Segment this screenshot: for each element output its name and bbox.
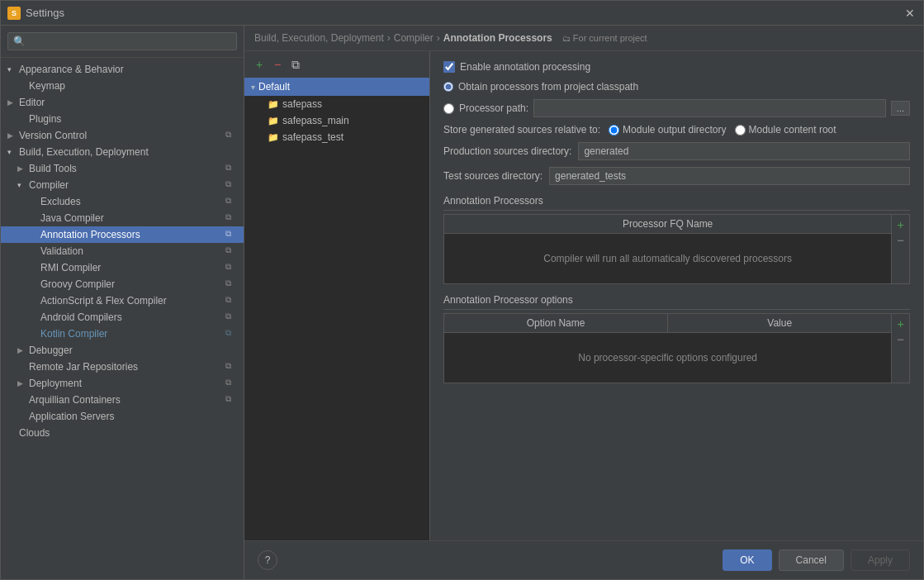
sidebar-item-appearance[interactable]: ▾ Appearance & Behavior — [1, 61, 244, 78]
arrow-icon: ▶ — [7, 131, 17, 140]
breadcrumb-part2: Compiler — [394, 32, 434, 44]
right-panel: Build, Execution, Deployment › Compiler … — [244, 26, 923, 579]
prod-sources-row: Production sources directory: — [443, 142, 910, 160]
profile-sub-label: safepass_test — [282, 131, 344, 143]
module-output-option: Module output directory — [609, 124, 726, 135]
copy-icon: ⧉ — [225, 196, 237, 207]
folder-icon: ▾ — [251, 83, 255, 92]
enable-annotation-label: Enable annotation processing — [460, 61, 590, 73]
profile-safepass[interactable]: 📁 safepass — [244, 96, 429, 112]
sidebar-item-label: Annotation Processors — [40, 229, 222, 240]
sidebar-item-label: Application Servers — [29, 411, 237, 422]
apo-remove-button[interactable]: − — [893, 331, 907, 347]
arrow-icon: ▶ — [17, 164, 27, 173]
processor-path-browse-button[interactable]: ... — [891, 101, 910, 116]
search-input[interactable] — [7, 32, 237, 50]
sidebar-item-actionscript-compiler[interactable]: ActionScript & Flex Compiler ⧉ — [1, 292, 244, 309]
profile-safepass-main[interactable]: 📁 safepass_main — [244, 112, 429, 129]
close-button[interactable]: ✕ — [903, 7, 917, 20]
profile-label: Default — [258, 81, 290, 93]
sidebar-item-label: Android Compilers — [40, 311, 222, 323]
obtain-classpath-radio[interactable] — [443, 82, 453, 92]
sidebar-item-label: Deployment — [29, 378, 222, 389]
title-bar-left: S Settings — [7, 7, 64, 20]
add-profile-button[interactable]: + — [251, 56, 268, 73]
profile-panel: + − ⧉ ▾ Default 📁 safepass — [244, 51, 430, 540]
store-generated-row: Store generated sources relative to: Mod… — [443, 124, 910, 135]
folder-icon: 📁 — [268, 132, 279, 143]
ok-button[interactable]: OK — [723, 549, 771, 571]
sidebar-item-label: Excludes — [40, 196, 222, 207]
sidebar-item-label: Validation — [40, 245, 222, 257]
sidebar-item-compiler[interactable]: ▾ Compiler ⧉ — [1, 177, 244, 193]
sidebar-item-label: Debugger — [29, 345, 237, 356]
sidebar-item-build-exec[interactable]: ▾ Build, Execution, Deployment — [1, 144, 244, 160]
enable-annotation-checkbox[interactable] — [443, 61, 455, 73]
copy-icon: ⧉ — [225, 130, 237, 141]
help-button[interactable]: ? — [258, 550, 277, 570]
folder-icon: 📁 — [268, 116, 279, 126]
sidebar-tree: ▾ Appearance & Behavior Keymap ▶ Editor … — [1, 58, 244, 579]
sidebar-item-groovy-compiler[interactable]: Groovy Compiler ⧉ — [1, 276, 244, 292]
remove-profile-button[interactable]: − — [269, 56, 286, 73]
profile-toolbar: + − ⧉ — [244, 51, 429, 78]
sidebar-item-keymap[interactable]: Keymap — [1, 78, 244, 94]
copy-icon: ⧉ — [225, 328, 237, 340]
settings-window: S Settings ✕ ▾ Appearance & Behavior Key… — [0, 0, 924, 580]
sidebar-item-app-servers[interactable]: Application Servers — [1, 408, 244, 425]
sidebar-item-deployment[interactable]: ▶ Deployment ⧉ — [1, 375, 244, 392]
profile-tree: ▾ Default 📁 safepass 📁 safepass_main — [244, 78, 429, 540]
apo-empty-text: No processor-specific options configured — [578, 352, 757, 364]
window-title: Settings — [26, 7, 64, 19]
copy-profile-button[interactable]: ⧉ — [287, 56, 304, 73]
sidebar-item-label: Version Control — [19, 130, 222, 141]
ap-remove-button[interactable]: − — [893, 232, 907, 248]
sidebar-item-remote-jar[interactable]: Remote Jar Repositories ⧉ — [1, 359, 244, 375]
sidebar-item-version-control[interactable]: ▶ Version Control ⧉ — [1, 127, 244, 144]
apply-button[interactable]: Apply — [851, 549, 910, 571]
test-sources-input[interactable] — [549, 167, 910, 185]
sidebar-item-build-tools[interactable]: ▶ Build Tools ⧉ — [1, 160, 244, 177]
sidebar-item-clouds[interactable]: Clouds — [1, 425, 244, 441]
arrow-icon: ▶ — [7, 98, 17, 107]
prod-sources-input[interactable] — [578, 142, 910, 160]
copy-icon: ⧉ — [225, 394, 237, 406]
sidebar-item-debugger[interactable]: ▶ Debugger — [1, 342, 244, 359]
module-output-radio[interactable] — [609, 125, 619, 135]
ap-add-button[interactable]: + — [893, 216, 907, 232]
arrow-icon: ▶ — [17, 379, 27, 387]
sidebar-item-editor[interactable]: ▶ Editor — [1, 94, 244, 111]
obtain-processors-row: Obtain processors from project classpath — [443, 81, 910, 93]
ap-col-name: Processor FQ Name — [444, 215, 891, 233]
sidebar-item-plugins[interactable]: Plugins — [1, 111, 244, 127]
sidebar-item-arquillian[interactable]: Arquillian Containers ⧉ — [1, 392, 244, 408]
sidebar-item-android-compilers[interactable]: Android Compilers ⧉ — [1, 309, 244, 326]
sidebar-item-kotlin-compiler[interactable]: Kotlin Compiler ⧉ — [1, 326, 244, 342]
apo-add-button[interactable]: + — [893, 316, 907, 331]
app-icon: S — [7, 7, 21, 20]
sidebar-item-label: Plugins — [29, 113, 237, 125]
sidebar-item-label: ActionScript & Flex Compiler — [40, 295, 222, 307]
sidebar-item-validation[interactable]: Validation ⧉ — [1, 243, 244, 259]
sidebar-item-rmi-compiler[interactable]: RMI Compiler ⧉ — [1, 259, 244, 276]
sidebar-item-excludes[interactable]: Excludes ⧉ — [1, 193, 244, 210]
arrow-icon: ▾ — [17, 181, 27, 189]
sidebar-item-annotation-processors[interactable]: Annotation Processors ⧉ — [1, 226, 244, 243]
profile-default[interactable]: ▾ Default — [244, 78, 429, 96]
arrow-icon: ▾ — [7, 148, 17, 156]
cancel-button[interactable]: Cancel — [779, 549, 844, 571]
two-col-layout: + − ⧉ ▾ Default 📁 safepass — [244, 51, 923, 540]
apo-col-option-name: Option Name — [444, 314, 668, 332]
processor-path-input[interactable] — [533, 99, 886, 117]
sidebar-item-label: Build Tools — [29, 163, 222, 174]
ap-table-main: Processor FQ Name Compiler will run all … — [444, 215, 891, 283]
test-sources-row: Test sources directory: — [443, 167, 910, 185]
breadcrumb-for-project: 🗂 For current project — [562, 33, 647, 43]
module-content-radio[interactable] — [735, 125, 746, 135]
store-generated-label: Store generated sources relative to: — [443, 124, 600, 135]
processor-path-radio[interactable] — [443, 103, 454, 114]
breadcrumb-sep2: › — [437, 32, 440, 44]
profile-safepass-test[interactable]: 📁 safepass_test — [244, 129, 429, 145]
sidebar-item-java-compiler[interactable]: Java Compiler ⧉ — [1, 210, 244, 226]
apo-table-body: No processor-specific options configured — [444, 333, 891, 383]
